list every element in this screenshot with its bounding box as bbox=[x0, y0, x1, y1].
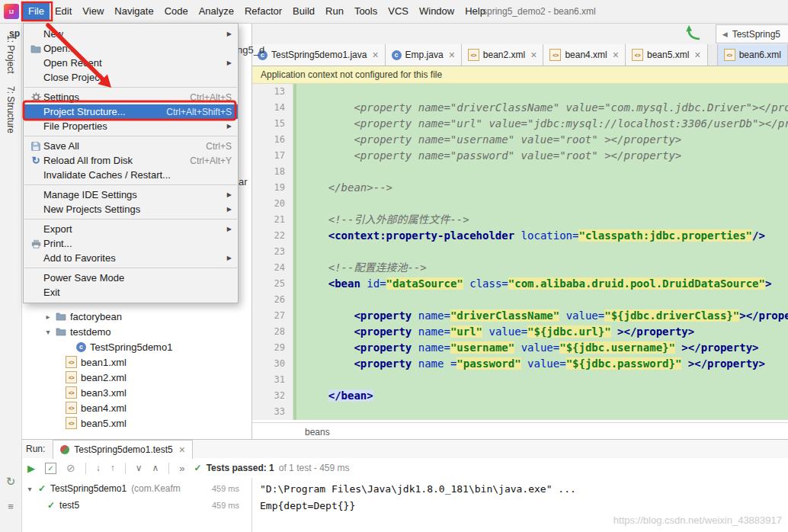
line-number[interactable]: 28 bbox=[251, 324, 293, 340]
editor-tab-bean6-xml[interactable]: <>bean6.xml bbox=[717, 44, 788, 66]
line-number[interactable]: 25 bbox=[251, 276, 293, 292]
close-icon[interactable]: × bbox=[179, 444, 185, 456]
play-icon[interactable]: ▶ bbox=[27, 463, 35, 474]
menu-vcs[interactable]: VCS bbox=[383, 2, 414, 21]
menu-item-manage-ide-settings[interactable]: Manage IDE Settings▶ bbox=[24, 187, 238, 202]
close-icon[interactable]: × bbox=[449, 49, 455, 61]
menu-item-open[interactable]: Open... bbox=[24, 41, 238, 56]
line-number[interactable]: 27 bbox=[251, 308, 293, 324]
code-line[interactable]: 33 bbox=[251, 404, 788, 420]
code-line[interactable]: 13 bbox=[251, 84, 788, 100]
menu-item-power-save-mode[interactable]: Power Save Mode bbox=[24, 271, 238, 285]
test-tree-item-testspring5demo1[interactable]: ▾✓TestSpring5demo1(com.Keafm459 ms bbox=[21, 480, 251, 497]
menu-item-settings[interactable]: SettingsCtrl+Alt+S bbox=[24, 90, 238, 104]
code-line[interactable]: 15 <property name="url" value="jdbc:mysq… bbox=[251, 116, 788, 132]
menu-item-new-projects-settings[interactable]: New Projects Settings▶ bbox=[24, 202, 238, 216]
line-number[interactable]: 30 bbox=[251, 356, 293, 372]
line-number[interactable]: 18 bbox=[251, 164, 293, 180]
sort-desc-icon[interactable]: ↓ bbox=[96, 463, 101, 473]
project-tree-item-testdemo[interactable]: ▾testdemo bbox=[21, 324, 251, 339]
menu-item-invalidate-caches-restart[interactable]: Invalidate Caches / Restart... bbox=[24, 168, 238, 182]
menu-analyze[interactable]: Analyze bbox=[194, 2, 239, 21]
code-line[interactable]: 22 <context:property-placeholder locatio… bbox=[251, 228, 788, 244]
menu-item-new[interactable]: New▶ bbox=[24, 27, 238, 41]
project-tree-item-factorybean[interactable]: ▸factorybean bbox=[21, 309, 251, 324]
project-tree-item-bean2-xml[interactable]: <>bean2.xml bbox=[21, 370, 251, 385]
project-tree-item-testspring5demo1[interactable]: cTestSpring5demo1 bbox=[21, 339, 251, 354]
close-icon[interactable]: × bbox=[613, 49, 619, 61]
code-line[interactable]: 18 bbox=[251, 164, 788, 180]
collapse-all-icon[interactable]: ∧ bbox=[152, 463, 159, 473]
menu-file[interactable]: File bbox=[23, 2, 50, 21]
tool-window-button-project[interactable]: 1: Project bbox=[5, 35, 16, 74]
expand-all-icon[interactable]: ∨ bbox=[136, 463, 143, 473]
menu-item-file-properties[interactable]: File Properties▶ bbox=[24, 119, 238, 133]
menu-view[interactable]: View bbox=[77, 2, 109, 21]
sort-asc-icon[interactable]: ↑ bbox=[111, 463, 115, 473]
line-number[interactable]: 33 bbox=[251, 404, 293, 420]
menu-build[interactable]: Build bbox=[287, 2, 320, 21]
menu-edit[interactable]: Edit bbox=[50, 2, 77, 21]
line-number[interactable]: 31 bbox=[251, 372, 293, 388]
code-editor[interactable]: 1314 <property name="driverClassName" va… bbox=[251, 84, 788, 422]
line-number[interactable]: 26 bbox=[251, 292, 293, 308]
code-line[interactable]: 21 <!--引入外部的属性文件--> bbox=[251, 212, 788, 228]
menu-item-open-recent[interactable]: Open Recent▶ bbox=[24, 56, 238, 70]
project-tree-item-bean4-xml[interactable]: <>bean4.xml bbox=[21, 400, 251, 415]
project-tree-item-bean1-xml[interactable]: <>bean1.xml bbox=[21, 354, 251, 370]
project-tree-item-bean5-xml[interactable]: <>bean5.xml bbox=[21, 415, 251, 431]
code-line[interactable]: 17 <property name="password" value="root… bbox=[251, 148, 788, 164]
close-icon[interactable]: × bbox=[530, 49, 537, 61]
code-line[interactable]: 25 <bean id="dataSource" class="com.alib… bbox=[251, 276, 788, 292]
run-configuration-tab[interactable]: TestSpring5demo1.test5× bbox=[53, 440, 193, 459]
code-line[interactable]: 20 bbox=[251, 196, 788, 212]
close-icon[interactable]: × bbox=[372, 49, 378, 61]
menu-code[interactable]: Code bbox=[159, 2, 194, 21]
chevron-down-icon[interactable]: ▾ bbox=[44, 328, 52, 336]
ban-icon[interactable]: ⊘ bbox=[66, 462, 75, 474]
menu-item-add-to-favorites[interactable]: Add to Favorites▶ bbox=[24, 251, 238, 265]
code-line[interactable]: 14 <property name="driverClassName" valu… bbox=[251, 100, 788, 116]
line-number[interactable]: 15 bbox=[251, 116, 293, 132]
chevron-right-icon[interactable]: ▸ bbox=[44, 312, 52, 321]
line-number[interactable]: 20 bbox=[251, 196, 293, 212]
menu-item-export[interactable]: Export▶ bbox=[24, 222, 238, 236]
project-tree-item-bean3-xml[interactable]: <>bean3.xml bbox=[21, 385, 251, 400]
menu-item-save-all[interactable]: Save AllCtrl+S bbox=[24, 139, 238, 153]
close-icon[interactable]: × bbox=[694, 49, 700, 61]
menu-item-print[interactable]: Print... bbox=[24, 236, 238, 251]
editor-tab-bean5-xml[interactable]: <>bean5.xml× bbox=[626, 44, 708, 66]
rerun-icon[interactable]: ↻ bbox=[6, 475, 16, 489]
chevron-down-icon[interactable]: ▾ bbox=[26, 485, 34, 493]
code-line[interactable]: 27 <property name="driverClassName" valu… bbox=[251, 308, 788, 324]
code-line[interactable]: 16 <property name="username" value="root… bbox=[251, 132, 788, 148]
menu-lines-icon[interactable]: ≡ bbox=[8, 501, 14, 512]
line-number[interactable]: 16 bbox=[251, 132, 293, 148]
code-line[interactable]: 29 <property name="username" value="${jd… bbox=[251, 340, 788, 356]
menu-item-exit[interactable]: Exit bbox=[24, 285, 238, 300]
line-number[interactable]: 32 bbox=[251, 388, 293, 404]
code-line[interactable]: 19 </bean>--> bbox=[251, 180, 788, 196]
line-number[interactable]: 23 bbox=[251, 244, 293, 260]
menu-tools[interactable]: Tools bbox=[349, 2, 383, 21]
green-curved-arrow-icon[interactable] bbox=[684, 24, 703, 43]
pinned-tab[interactable]: ◀TestSpring5 bbox=[716, 24, 788, 43]
editor-tab-bean2-xml[interactable]: <>bean2.xml× bbox=[462, 44, 544, 66]
editor-tab-testspring5demo1-java[interactable]: cTestSpring5demo1.java× bbox=[251, 44, 386, 66]
code-line[interactable]: 24 <!--配置连接池--> bbox=[251, 260, 788, 276]
menu-item-reload-all-from-disk[interactable]: ↻Reload All from DiskCtrl+Alt+Y bbox=[24, 153, 238, 168]
show-passed-toggle-icon[interactable]: ✓ bbox=[45, 463, 56, 474]
editor-tab-emp-java[interactable]: cEmp.java× bbox=[386, 44, 462, 66]
line-number[interactable]: 13 bbox=[251, 84, 293, 100]
code-line[interactable]: 31 bbox=[251, 372, 788, 388]
test-tree-item-test5[interactable]: ✓test5459 ms bbox=[21, 497, 251, 514]
code-line[interactable]: 23 bbox=[251, 244, 788, 260]
code-line[interactable]: 28 <property name="url" value="${jdbc.ur… bbox=[251, 324, 788, 340]
tool-window-button-structure[interactable]: 7: Structure bbox=[5, 86, 16, 133]
code-line[interactable]: 30 <property name ="password" value="${j… bbox=[251, 356, 788, 372]
breadcrumb-item[interactable]: beans bbox=[305, 427, 330, 437]
menu-run[interactable]: Run bbox=[320, 2, 349, 21]
line-number[interactable]: 17 bbox=[251, 148, 293, 164]
line-number[interactable]: 29 bbox=[251, 340, 293, 356]
line-number[interactable]: 22 bbox=[251, 228, 293, 244]
